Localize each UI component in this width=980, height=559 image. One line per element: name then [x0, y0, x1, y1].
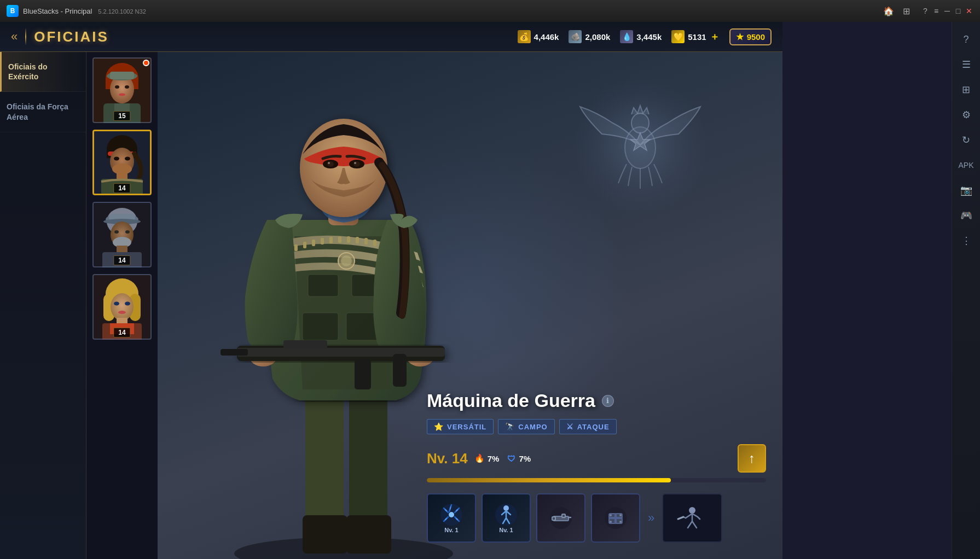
- officer-card-1[interactable]: 15: [92, 57, 152, 123]
- app-title: BlueStacks - Principal 5.2.120.1002 N32: [23, 7, 883, 15]
- more-sidebar-icon[interactable]: ⋮: [954, 229, 978, 253]
- emblem-svg: [564, 68, 717, 222]
- camera-sidebar-icon[interactable]: 📷: [954, 178, 978, 202]
- defense-value: 7%: [519, 454, 531, 463]
- gold-icon: 💛: [671, 30, 685, 43]
- help-icon[interactable]: ?: [921, 7, 930, 15]
- settings-sidebar-icon[interactable]: ⚙: [954, 103, 978, 127]
- xp-bar-fill: [427, 478, 671, 482]
- clipboard-sidebar-icon[interactable]: APK: [954, 153, 978, 177]
- gold-value: 5131: [688, 32, 706, 42]
- officer-list: 15: [86, 52, 158, 559]
- refresh-sidebar-icon[interactable]: ↻: [954, 128, 978, 152]
- attack-value: 7%: [488, 454, 500, 463]
- food-value: 4,446k: [534, 32, 559, 42]
- skill-card-4[interactable]: [591, 493, 640, 543]
- back-button[interactable]: «: [11, 30, 18, 44]
- svg-rect-66: [364, 238, 368, 244]
- skill-card-2[interactable]: Nv. 1: [482, 493, 531, 543]
- ataque-icon: ⚔: [566, 422, 574, 431]
- skill-3-icon: [549, 506, 573, 530]
- gamepad-sidebar-icon[interactable]: 🎮: [954, 203, 978, 228]
- officer-3-level: 14: [113, 255, 130, 265]
- stone-icon: 🪨: [569, 30, 582, 43]
- officer-card-2[interactable]: 14: [92, 130, 152, 195]
- svg-rect-78: [393, 354, 407, 387]
- svg-rect-109: [614, 514, 617, 523]
- officer-4-level: 14: [113, 328, 130, 337]
- svg-rect-65: [356, 237, 359, 243]
- officer-2-level: 14: [113, 183, 130, 193]
- svg-point-110: [610, 514, 612, 516]
- grid-sidebar-icon[interactable]: ⊞: [954, 78, 978, 102]
- svg-rect-67: [373, 240, 376, 246]
- svg-rect-104: [562, 514, 565, 517]
- tabs-icon[interactable]: ⊞: [903, 6, 910, 16]
- resource-gold: 💛 5131 ＋: [671, 30, 719, 43]
- faction-emblem: [564, 68, 717, 222]
- svg-point-46: [631, 113, 649, 133]
- tag-campo[interactable]: 🔭 CAMPO: [498, 419, 554, 434]
- svg-point-112: [610, 521, 612, 523]
- svg-point-87: [328, 162, 330, 164]
- help-sidebar-icon[interactable]: ?: [954, 27, 978, 51]
- skill-1-icon: [439, 503, 463, 527]
- svg-point-100: [503, 505, 509, 511]
- skill-1-level: Nv. 1: [444, 527, 458, 533]
- officer-card-3[interactable]: 14: [92, 202, 152, 267]
- page-title: OFICIAIS: [34, 28, 517, 45]
- home-icon[interactable]: 🏠: [883, 6, 894, 16]
- sidebar-army-label: Oficiais do Exército: [8, 62, 48, 81]
- maximize-button[interactable]: □: [954, 7, 962, 15]
- main-content: Máquina de Guerra ℹ ⭐ VERSÁTIL 🔭 CAMPO ⚔…: [158, 52, 782, 559]
- svg-line-115: [678, 517, 683, 519]
- skills-row: Nv. 1 Nv. 1: [427, 493, 766, 543]
- food-icon: 💰: [518, 30, 531, 43]
- officer-card-4[interactable]: 14: [92, 274, 152, 340]
- sidebar-airforce-label: Oficiais da Força Aérea: [7, 102, 68, 121]
- upgrade-button[interactable]: ↑: [738, 444, 766, 473]
- svg-rect-77: [221, 349, 248, 356]
- resource-bar: 💰 4,446k 🪨 2,080k 💧 3,445k 💛 5131 ＋ ★ 95…: [518, 28, 772, 45]
- close-button[interactable]: ✕: [965, 7, 973, 15]
- campo-icon: 🔭: [505, 422, 515, 431]
- ataque-label: ATAQUE: [577, 423, 610, 431]
- svg-rect-59: [303, 242, 306, 248]
- add-gold-button[interactable]: ＋: [710, 30, 720, 43]
- skills-arrow: »: [648, 511, 654, 525]
- svg-rect-62: [329, 237, 333, 243]
- sidebar-item-army[interactable]: Oficiais do Exército: [0, 52, 86, 92]
- svg-point-114: [689, 507, 695, 514]
- stone-value: 2,080k: [585, 32, 610, 42]
- officer-1-level: 15: [113, 111, 130, 121]
- svg-point-113: [619, 521, 622, 523]
- info-button[interactable]: ℹ: [602, 395, 614, 407]
- resource-food: 💰 4,446k: [518, 30, 559, 43]
- skill-card-1[interactable]: Nv. 1: [427, 493, 476, 543]
- skill-card-3[interactable]: [536, 493, 585, 543]
- level-label: Nv. 14: [427, 450, 468, 467]
- left-sidebar: Oficiais do Exército Oficiais da Força A…: [0, 52, 86, 559]
- oil-icon: 💧: [620, 30, 633, 43]
- svg-point-88: [354, 162, 356, 164]
- skill-card-5[interactable]: [662, 493, 722, 543]
- resource-oil: 💧 3,445k: [620, 30, 662, 43]
- officer-1-notification: [143, 60, 149, 66]
- svg-rect-60: [312, 240, 315, 246]
- svg-point-98: [449, 512, 454, 517]
- menu-icon[interactable]: ≡: [932, 7, 941, 15]
- tags-row: ⭐ VERSÁTIL 🔭 CAMPO ⚔ ATAQUE: [427, 419, 766, 434]
- svg-rect-58: [294, 244, 298, 251]
- svg-rect-76: [237, 348, 445, 357]
- officer-name-row: Máquina de Guerra ℹ: [427, 390, 766, 411]
- svg-rect-80: [283, 340, 327, 349]
- titlebar-actions: 🏠 ⊞: [883, 6, 910, 16]
- menu-sidebar-icon[interactable]: ☰: [954, 53, 978, 77]
- minimize-button[interactable]: ─: [943, 7, 952, 15]
- versatil-icon: ⭐: [434, 422, 444, 431]
- tag-versatil[interactable]: ⭐ VERSÁTIL: [427, 419, 494, 434]
- tag-ataque[interactable]: ⚔ ATAQUE: [559, 419, 617, 434]
- resource-stone: 🪨 2,080k: [569, 30, 610, 43]
- game-topbar: « OFICIAIS 💰 4,446k 🪨 2,080k 💧 3,445k 💛 …: [0, 22, 782, 52]
- sidebar-item-airforce[interactable]: Oficiais da Força Aérea: [0, 92, 86, 132]
